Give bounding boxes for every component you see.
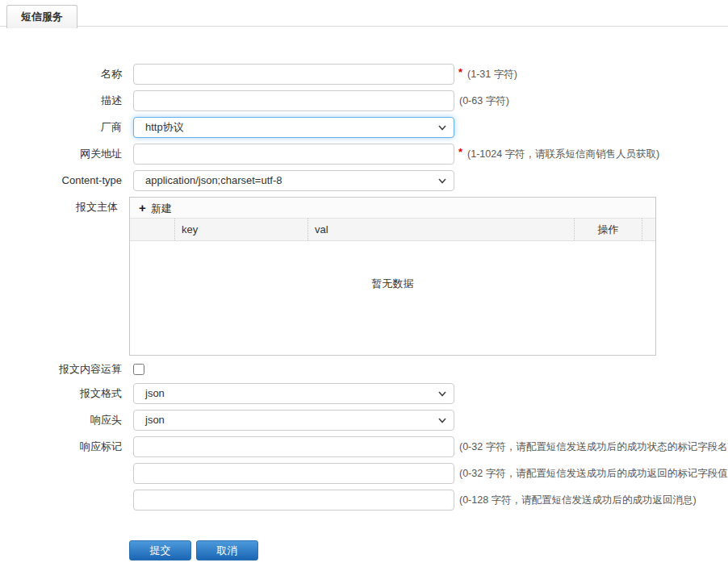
description-hint: (0-63 字符): [459, 90, 509, 111]
form-row-name: 名称 * (1-31 字符): [0, 64, 728, 85]
resp-mark-hint-1: (0-32 字符，请配置短信发送成功后的成功状态的标记字段名): [459, 436, 728, 457]
table-new-button-label: 新建: [151, 202, 172, 215]
cancel-button[interactable]: 取消: [196, 540, 258, 561]
table-header-row: key val 操作: [130, 219, 655, 241]
form-row-resp-mark-3: (0-128 字符，请配置短信发送成功后的成功返回消息): [0, 490, 728, 511]
chevron-down-icon: [438, 418, 446, 423]
gateway-label: 网关地址: [0, 144, 133, 165]
resp-mark-field-value-input[interactable]: [133, 463, 454, 484]
table-header-key: key: [174, 219, 308, 240]
form-row-content-calc: 报文内容运算: [0, 363, 728, 376]
body-label: 报文主体: [0, 197, 129, 218]
resp-mark-field-name-input[interactable]: [133, 436, 454, 457]
content-calc-checkbox[interactable]: [133, 364, 144, 375]
form-row-body: 报文主体 +新建 key val 操作 暂无数据: [0, 197, 728, 356]
sms-service-form: 名称 * (1-31 字符) 描述 (0-63 字符) 厂商 http协议 网关…: [0, 27, 728, 561]
tab-bar: 短信服务: [0, 0, 728, 27]
vendor-select[interactable]: http协议: [133, 117, 454, 138]
resp-header-label: 响应头: [0, 410, 133, 431]
required-asterisk: *: [458, 64, 462, 81]
message-body-table: +新建 key val 操作 暂无数据: [129, 197, 656, 356]
content-type-select[interactable]: application/json;charset=utf-8: [133, 170, 454, 191]
chevron-down-icon: [438, 178, 446, 184]
table-header-actions: 操作: [574, 219, 642, 240]
name-label: 名称: [0, 64, 133, 85]
form-row-resp-mark-1: 响应标记 (0-32 字符，请配置短信发送成功后的成功状态的标记字段名): [0, 436, 728, 457]
description-input[interactable]: [133, 90, 454, 111]
content-calc-label: 报文内容运算: [0, 363, 133, 376]
name-hint: (1-31 字符): [467, 64, 517, 85]
form-row-description: 描述 (0-63 字符): [0, 90, 728, 111]
body-format-select[interactable]: json: [133, 383, 454, 404]
resp-mark-label: 响应标记: [0, 436, 133, 457]
tab-sms-service[interactable]: 短信服务: [6, 5, 77, 28]
form-row-body-format: 报文格式 json: [0, 383, 728, 404]
table-header-blank: [642, 219, 655, 240]
content-type-select-value: application/json;charset=utf-8: [145, 174, 282, 186]
table-empty-text: 暂无数据: [130, 277, 655, 291]
name-input[interactable]: [133, 64, 454, 85]
required-asterisk: *: [458, 144, 462, 161]
gateway-hint: (1-1024 字符，请联系短信商销售人员获取): [467, 144, 659, 165]
form-actions: 提交 取消: [129, 540, 728, 561]
form-row-resp-mark-2: (0-32 字符，请配置短信发送成功后的成功返回的标记字段值): [0, 463, 728, 484]
content-type-label: Content-type: [0, 170, 133, 191]
plus-icon: +: [139, 201, 146, 215]
form-row-vendor: 厂商 http协议: [0, 117, 728, 138]
resp-header-select[interactable]: json: [133, 410, 454, 431]
resp-header-select-value: json: [145, 414, 165, 426]
table-header-val: val: [308, 219, 574, 240]
form-row-gateway: 网关地址 * (1-1024 字符，请联系短信商销售人员获取): [0, 144, 728, 165]
chevron-down-icon: [438, 391, 446, 397]
vendor-select-value: http协议: [145, 121, 184, 133]
form-row-content-type: Content-type application/json;charset=ut…: [0, 170, 728, 191]
body-format-select-value: json: [145, 387, 165, 399]
form-row-resp-header: 响应头 json: [0, 410, 728, 431]
resp-mark-message-input[interactable]: [133, 490, 454, 511]
submit-button[interactable]: 提交: [129, 540, 191, 561]
table-header-blank: [130, 219, 174, 240]
vendor-label: 厂商: [0, 117, 133, 138]
gateway-input[interactable]: [133, 144, 454, 165]
description-label: 描述: [0, 90, 133, 111]
table-new-button[interactable]: +新建: [130, 198, 655, 219]
resp-mark-hint-2: (0-32 字符，请配置短信发送成功后的成功返回的标记字段值): [459, 463, 728, 484]
tab-label: 短信服务: [21, 10, 63, 23]
chevron-down-icon: [438, 125, 446, 131]
resp-mark-hint-3: (0-128 字符，请配置短信发送成功后的成功返回消息): [459, 490, 697, 511]
table-body: 暂无数据: [130, 241, 655, 355]
body-format-label: 报文格式: [0, 383, 133, 404]
